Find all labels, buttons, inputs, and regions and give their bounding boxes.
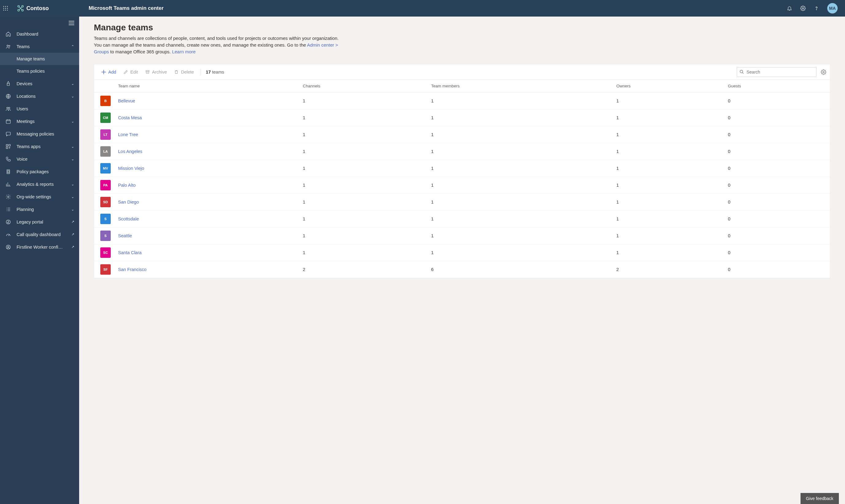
col-owners[interactable]: Owners [613, 80, 724, 93]
sidebar-item-dashboard[interactable]: Dashboard [0, 28, 79, 40]
search-box[interactable] [737, 67, 816, 77]
brand-name: Contoso [27, 5, 49, 12]
table-row[interactable]: SSeattle1110 [94, 228, 830, 244]
team-name-link[interactable]: Scottsdale [118, 216, 139, 221]
table-row[interactable]: SCSanta Clara1110 [94, 244, 830, 261]
sidebar-item-label: Teams apps [17, 144, 66, 149]
sidebar-item-locations[interactable]: Locations⌄ [0, 90, 79, 102]
sidebar-item-policy-packages[interactable]: Policy packages [0, 165, 79, 178]
sidebar-item-label: Call quality dashboard [17, 232, 65, 237]
svg-point-1 [5, 6, 6, 7]
sidebar-item-meetings[interactable]: Meetings⌄ [0, 115, 79, 128]
svg-rect-36 [146, 71, 149, 71]
external-link-icon: ↗ [71, 220, 74, 224]
svg-rect-24 [6, 132, 11, 135]
team-avatar: LA [100, 146, 111, 157]
cell-members: 1 [427, 177, 613, 194]
sidebar-item-analytics-reports[interactable]: Analytics & reports⌄ [0, 178, 79, 191]
table-row[interactable]: LTLone Tree1110 [94, 126, 830, 143]
table-row[interactable]: SScottsdale1110 [94, 211, 830, 228]
sidebar-item-voice[interactable]: Voice⌄ [0, 153, 79, 165]
col-team-name[interactable]: Team name [115, 80, 299, 93]
team-name-link[interactable]: Bellevue [118, 98, 135, 103]
sidebar-item-users[interactable]: Users [0, 102, 79, 115]
cell-channels: 1 [299, 160, 427, 177]
chart-icon [5, 181, 12, 187]
search-icon [739, 70, 744, 74]
team-name-link[interactable]: Mission Viejo [118, 166, 144, 171]
cell-members: 1 [427, 228, 613, 244]
table-row[interactable]: CMCosta Mesa1110 [94, 109, 830, 126]
team-name-link[interactable]: Lone Tree [118, 132, 138, 137]
svg-rect-23 [6, 120, 11, 123]
chat-icon [5, 131, 12, 137]
notifications-icon[interactable] [787, 5, 792, 11]
sidebar-item-legacy-portal[interactable]: Legacy portal↗ [0, 216, 79, 228]
help-icon[interactable] [814, 5, 819, 11]
col-channels[interactable]: Channels [299, 80, 427, 93]
cell-guests: 0 [724, 244, 830, 261]
teams-count-number: 17 [206, 70, 211, 74]
sidebar-item-planning[interactable]: Planning⌄ [0, 203, 79, 216]
cell-owners: 1 [613, 211, 724, 228]
page-description: Teams and channels are collections of pe… [94, 35, 339, 55]
team-avatar: B [100, 96, 111, 106]
sidebar: DashboardTeams⌃Manage teamsTeams policie… [0, 17, 79, 504]
team-name-link[interactable]: Seattle [118, 233, 132, 238]
cell-channels: 1 [299, 109, 427, 126]
table-row[interactable]: LALos Angeles1110 [94, 143, 830, 160]
sidebar-item-label: Teams [17, 44, 66, 49]
user-avatar[interactable]: MA [827, 3, 838, 14]
table-row[interactable]: BBellevue1110 [94, 93, 830, 109]
give-feedback-button[interactable]: Give feedback [800, 493, 839, 504]
cell-channels: 1 [299, 143, 427, 160]
team-avatar: SD [100, 197, 111, 207]
sidebar-item-devices[interactable]: Devices⌄ [0, 77, 79, 90]
device-icon [5, 81, 12, 87]
chevron-down-icon: ⌄ [71, 195, 74, 199]
table-row[interactable]: MVMission Viejo1110 [94, 160, 830, 177]
svg-point-37 [740, 70, 743, 73]
sidebar-subitem-teams-policies[interactable]: Teams policies [0, 65, 79, 77]
sidebar-item-label: Devices [17, 81, 66, 86]
chevron-down-icon: ⌄ [71, 144, 74, 149]
search-input[interactable] [746, 69, 814, 75]
team-name-link[interactable]: San Francisco [118, 267, 147, 272]
sidebar-item-teams-apps[interactable]: Teams apps⌄ [0, 140, 79, 153]
col-guests[interactable]: Guests [724, 80, 830, 93]
archive-button: Archive [142, 65, 171, 79]
table-row[interactable]: SDSan Diego1110 [94, 194, 830, 211]
col-members[interactable]: Team members [427, 80, 613, 93]
team-name-link[interactable]: Costa Mesa [118, 115, 142, 120]
cell-owners: 1 [613, 109, 724, 126]
apps-icon [5, 144, 12, 149]
sidebar-item-firstline-worker-configu-[interactable]: Firstline Worker configu...↗ [0, 241, 79, 253]
learn-more-link[interactable]: Learn more [172, 49, 196, 54]
table-row[interactable]: SFSan Francisco2620 [94, 261, 830, 278]
brand[interactable]: Contoso [17, 5, 49, 12]
team-name-link[interactable]: San Diego [118, 200, 139, 204]
cell-members: 1 [427, 160, 613, 177]
team-name-link[interactable]: Palo Alto [118, 183, 136, 187]
sidebar-item-org-wide-settings[interactable]: Org-wide settings⌄ [0, 191, 79, 203]
table-settings-button[interactable] [821, 69, 826, 75]
settings-icon[interactable] [800, 5, 806, 11]
sidebar-item-messaging-policies[interactable]: Messaging policies [0, 128, 79, 140]
waffle-icon[interactable] [3, 6, 14, 11]
add-button[interactable]: Add [98, 65, 120, 79]
gear-icon [5, 194, 12, 200]
table-row[interactable]: PAPalo Alto1110 [94, 177, 830, 194]
svg-point-0 [3, 6, 4, 7]
cell-owners: 1 [613, 126, 724, 143]
collapse-nav-icon[interactable] [69, 21, 74, 25]
team-name-link[interactable]: Santa Clara [118, 250, 142, 255]
delete-label: Delete [181, 70, 194, 74]
team-name-link[interactable]: Los Angeles [118, 149, 142, 154]
teams-count: 17 teams [204, 70, 224, 74]
sidebar-item-call-quality-dashboard[interactable]: Call quality dashboard↗ [0, 228, 79, 241]
chevron-down-icon: ⌄ [71, 207, 74, 212]
cell-guests: 0 [724, 261, 830, 278]
sidebar-subitem-manage-teams[interactable]: Manage teams [0, 53, 79, 65]
sidebar-item-teams[interactable]: Teams⌃ [0, 40, 79, 53]
delete-button: Delete [171, 65, 197, 79]
